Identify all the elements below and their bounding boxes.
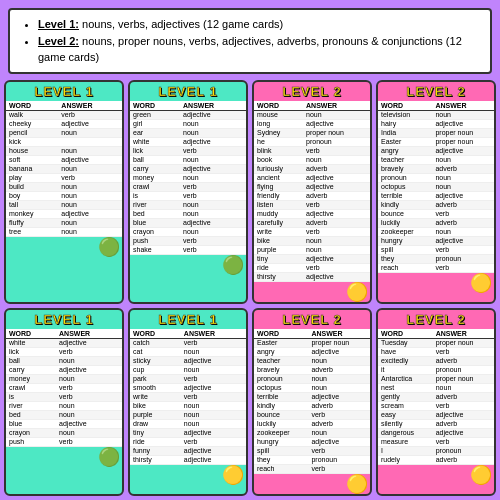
monster-icon: 🟢: [98, 238, 120, 256]
table-row: bravelyadverb: [378, 164, 494, 173]
table-row: ballnoun: [6, 356, 122, 365]
table-row: writeverb: [254, 227, 370, 236]
card-level1-2: LEVEL 1 WORDANSWER greenadjective girlno…: [128, 80, 248, 304]
table-row: Sydneyproper noun: [254, 128, 370, 137]
table-row: Easterproper noun: [378, 137, 494, 146]
table-row: terribleadjective: [254, 392, 370, 401]
table-row: funnyadjective: [130, 446, 246, 455]
col-answer: ANSWER: [308, 329, 370, 339]
table-row: teachernoun: [254, 356, 370, 365]
table-row: kick: [6, 137, 122, 146]
table-row: bounceverb: [378, 209, 494, 218]
col-word: WORD: [130, 329, 181, 339]
table-row: banananoun: [6, 164, 122, 173]
table-row: Ipronoun: [378, 446, 494, 455]
table-row: pencilnoun: [6, 128, 122, 137]
col-answer: ANSWER: [56, 329, 122, 339]
card-table: WORDANSWER whiteadjective lickverb balln…: [6, 329, 122, 447]
table-row: thirstyadjective: [254, 272, 370, 281]
table-row: pushverb: [6, 437, 122, 446]
table-row: purplenoun: [254, 245, 370, 254]
level1-text: nouns, verbs, adjectives (12 game cards): [82, 18, 283, 30]
table-row: flyingadjective: [254, 182, 370, 191]
table-row: cheekyadjective: [6, 119, 122, 128]
table-row: hepronoun: [254, 137, 370, 146]
table-row: hairyadjective: [378, 119, 494, 128]
table-row: rudelyadverb: [378, 455, 494, 464]
table-row: kindlyadverb: [254, 401, 370, 410]
table-row: hungryadjective: [254, 437, 370, 446]
table-row: gentlyadverb: [378, 392, 494, 401]
table-row: ancientadjective: [254, 173, 370, 182]
table-row: catnoun: [130, 347, 246, 356]
table-row: isverb: [6, 392, 122, 401]
table-row: parkverb: [130, 374, 246, 383]
card-table: WORDANSWER mousenoun longadjective Sydne…: [254, 101, 370, 282]
table-row: rideverb: [130, 437, 246, 446]
table-row: theypronoun: [254, 455, 370, 464]
table-row: shakeverb: [130, 245, 246, 254]
table-row: furiouslyadverb: [254, 164, 370, 173]
card-header: LEVEL 1: [6, 310, 122, 329]
level2-text: nouns, proper nouns, verbs, adjectives, …: [38, 35, 462, 64]
table-row: tinyadjective: [254, 254, 370, 263]
card-header: LEVEL 1: [130, 310, 246, 329]
card-level2-1: LEVEL 2 WORDANSWER mousenoun longadjecti…: [252, 80, 372, 304]
table-row: rideverb: [254, 263, 370, 272]
table-row: playverb: [6, 173, 122, 182]
table-row: octopusnoun: [378, 182, 494, 191]
table-row: fluffynoun: [6, 218, 122, 227]
table-row: purplenoun: [130, 410, 246, 419]
table-row: buildnoun: [6, 182, 122, 191]
table-row: writeverb: [130, 392, 246, 401]
monster-icon: 🟡: [222, 466, 244, 484]
table-row: pushverb: [130, 236, 246, 245]
table-row: longadjective: [254, 119, 370, 128]
card-footer: 🟢: [130, 255, 246, 275]
table-row: Tuesdayproper noun: [378, 338, 494, 347]
table-row: theypronoun: [378, 254, 494, 263]
col-word: WORD: [378, 329, 433, 339]
monster-icon: 🟡: [346, 475, 368, 493]
table-row: mousenoun: [254, 110, 370, 119]
table-row: kindlyadverb: [378, 200, 494, 209]
table-row: ballnoun: [130, 155, 246, 164]
table-row: excitedlyadverb: [378, 356, 494, 365]
card-footer: 🟢: [6, 447, 122, 467]
table-row: carefullyadverb: [254, 218, 370, 227]
table-row: pronounnoun: [254, 374, 370, 383]
level2-info: Level 2: nouns, proper nouns, verbs, adj…: [38, 33, 480, 66]
table-row: crayonnoun: [130, 227, 246, 236]
table-row: Antarcticaproper noun: [378, 374, 494, 383]
col-word: WORD: [6, 329, 56, 339]
table-row: Indiaproper noun: [378, 128, 494, 137]
table-row: measureverb: [378, 437, 494, 446]
level1-info: Level 1: nouns, verbs, adjectives (12 ga…: [38, 16, 480, 33]
monster-icon: 🟡: [346, 283, 368, 301]
table-row: crayonnoun: [6, 428, 122, 437]
card-table: WORDANSWER catchverb catnoun stickyadjec…: [130, 329, 246, 465]
card-footer: 🟡: [254, 474, 370, 494]
table-row: tallnoun: [6, 200, 122, 209]
table-row: stickyadjective: [130, 356, 246, 365]
table-row: booknoun: [254, 155, 370, 164]
table-row: bikenoun: [254, 236, 370, 245]
card-footer: 🟢: [6, 237, 122, 257]
col-answer: ANSWER: [181, 329, 246, 339]
table-row: easyadjective: [378, 410, 494, 419]
card-table: WORDANSWER walkverb cheekyadjective penc…: [6, 101, 122, 237]
card-level1-3: LEVEL 1 WORDANSWER whiteadjective lickve…: [4, 308, 124, 496]
table-row: lickverb: [130, 146, 246, 155]
table-row: dangerousadjective: [378, 428, 494, 437]
monster-icon: 🟢: [98, 448, 120, 466]
table-row: catchverb: [130, 338, 246, 347]
table-row: bednoun: [130, 209, 246, 218]
table-row: girlnoun: [130, 119, 246, 128]
table-row: monkeyadjective: [6, 209, 122, 218]
col-answer: ANSWER: [180, 101, 246, 111]
table-row: zookeepernoun: [378, 227, 494, 236]
table-row: terribleadjective: [378, 191, 494, 200]
table-row: reachverb: [378, 263, 494, 272]
table-row: tinyadjective: [130, 428, 246, 437]
table-row: friendlyadverb: [254, 191, 370, 200]
